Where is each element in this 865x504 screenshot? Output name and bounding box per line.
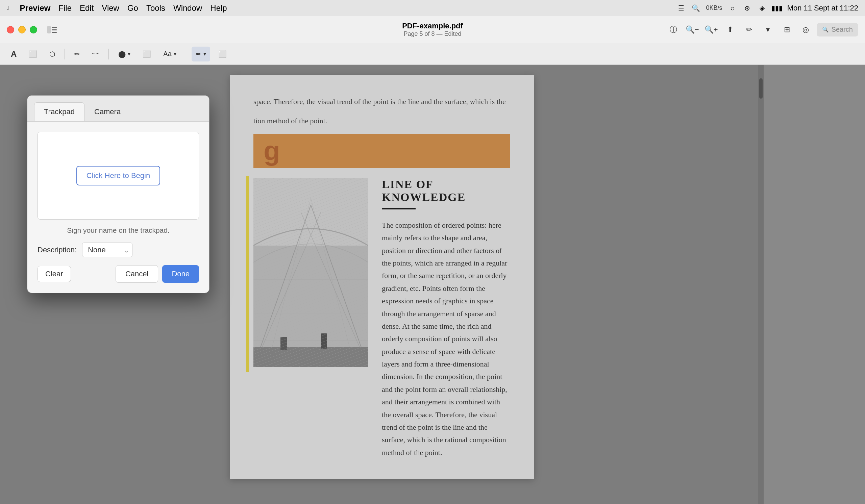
toolbar-right: ⓘ 🔍− 🔍+ ⬆ ✏ ▾ ⊞ ◎ 🔍 Search [665,22,858,38]
main-content: space. Therefore, the visual trend of th… [0,65,865,504]
tab-trackpad[interactable]: Trackpad [34,102,84,121]
dialog-description-row: Description: None Signature Initials [37,243,199,257]
signature-dialog: Trackpad Camera Click Here to Begin Sign… [27,95,209,293]
minimize-button[interactable] [18,26,26,33]
dialog-footer: Clear Cancel Done [37,265,199,283]
svg-rect-1 [52,27,57,28]
dialog-footer-right: Cancel Done [116,265,199,283]
color-border-icon: ⬜ [218,50,227,58]
separator-3 [186,49,186,59]
menu-help[interactable]: Help [210,3,227,13]
text-tool-button[interactable]: A [7,47,21,61]
wifi-icon[interactable]: ◈ [758,3,767,13]
text-box-icon: Aa [163,50,171,58]
markup-icon: ✏ [74,50,80,58]
shape-icon: ⬤ [118,50,126,58]
menubar-left:  Preview File Edit View Go Tools Window… [7,3,227,13]
document-subtitle: Page 5 of 8 — Edited [402,31,463,37]
search-bar[interactable]: 🔍 Search [817,23,858,36]
svg-rect-2 [52,30,57,31]
control-center-icon[interactable]: ☰ [677,3,686,13]
app-toolbar: PDF-example.pdf Page 5 of 8 — Edited ⓘ 🔍… [0,16,865,43]
cancel-button[interactable]: Cancel [116,265,158,283]
description-select-wrapper[interactable]: None Signature Initials [82,243,132,257]
annotate-dropdown-button[interactable]: ▾ [760,22,776,38]
click-here-button[interactable]: Click Here to Begin [76,166,160,186]
sketch-button[interactable]: 〰 [88,47,103,61]
share-button[interactable]: ⬆ [722,22,738,38]
description-label: Description: [37,246,77,254]
network-status: 0KB/s [706,4,723,11]
clock: Mon 11 Sept at 11:22 [787,4,858,12]
border-shape-icon: ⬜ [142,50,151,58]
spotlight-icon[interactable]: ⌕ [728,3,737,13]
signature-button[interactable]: ✒ ▾ [192,47,210,61]
border-shape-button[interactable]: ⬜ [139,47,155,61]
search-icon: 🔍 [822,26,829,33]
separator-2 [108,49,109,59]
traffic-lights [7,26,37,33]
lasso-button[interactable]: ⬡ [45,47,59,61]
document-title: PDF-example.pdf [402,22,463,31]
description-select[interactable]: None Signature Initials [82,243,132,257]
lasso-icon: ⬡ [49,50,55,58]
menu-go[interactable]: Go [127,3,138,13]
dialog-tabs: Trackpad Camera [27,96,209,121]
battery-icon[interactable]: ▮▮▮ [772,3,782,13]
menubar-right: ☰ 🔍 0KB/s ⌕ ⊛ ◈ ▮▮▮ Mon 11 Sept at 11:22 [677,3,858,13]
menu-preview[interactable]: Preview [20,3,51,13]
shape-button[interactable]: ⬤ ▾ [114,47,135,61]
signature-dropdown-arrow: ▾ [204,51,206,57]
tools-toolbar: A ⬜ ⬡ ✏ 〰 ⬤ ▾ ⬜ Aa ▾ ✒ ▾ ⬜ [0,43,865,65]
tab-camera[interactable]: Camera [84,102,130,121]
search-placeholder: Search [832,26,853,33]
dialog-hint: Sign your name on the trackpad. [37,226,199,234]
menubar:  Preview File Edit View Go Tools Window… [0,0,865,16]
done-button[interactable]: Done [162,265,199,283]
sketch-icon: 〰 [92,50,99,58]
signature-icon: ✒ [196,50,201,58]
menu-window[interactable]: Window [173,3,202,13]
separator-1 [65,49,65,59]
text-box-dropdown: ▾ [174,51,176,57]
rect-select-button[interactable]: ⬜ [25,47,41,61]
menu-tools[interactable]: Tools [146,3,165,13]
bluetooth-icon[interactable]: ⊛ [743,3,752,13]
markup-circle-button[interactable]: ◎ [798,22,814,38]
svg-rect-3 [52,32,57,33]
apple-logo-icon[interactable]:  [7,4,9,11]
color-border-button[interactable]: ⬜ [214,47,231,61]
menu-file[interactable]: File [58,3,72,13]
text-box-button[interactable]: Aa ▾ [159,47,180,61]
finder-icon[interactable]: 🔍 [691,3,701,13]
annotate-button[interactable]: ✏ [741,22,757,38]
close-button[interactable] [7,26,14,33]
signature-area[interactable]: Click Here to Begin [37,132,199,220]
shape-dropdown-arrow: ▾ [128,51,130,57]
rect-select-icon: ⬜ [29,50,37,58]
menu-edit[interactable]: Edit [80,3,94,13]
sidebar-toggle-button[interactable] [43,22,61,37]
text-tool-icon: A [11,49,16,59]
clear-button[interactable]: Clear [37,266,71,282]
zoom-out-button[interactable]: 🔍− [684,22,701,38]
maximize-button[interactable] [30,26,37,33]
zoom-in-button[interactable]: 🔍+ [703,22,719,38]
markup-button[interactable]: ✏ [70,47,84,61]
info-button[interactable]: ⓘ [665,22,681,38]
title-area: PDF-example.pdf Page 5 of 8 — Edited [402,22,463,37]
new-page-button[interactable]: ⊞ [779,22,795,38]
menu-view[interactable]: View [102,3,119,13]
dialog-content: Click Here to Begin Sign your name on th… [27,121,209,293]
svg-rect-0 [47,26,51,33]
